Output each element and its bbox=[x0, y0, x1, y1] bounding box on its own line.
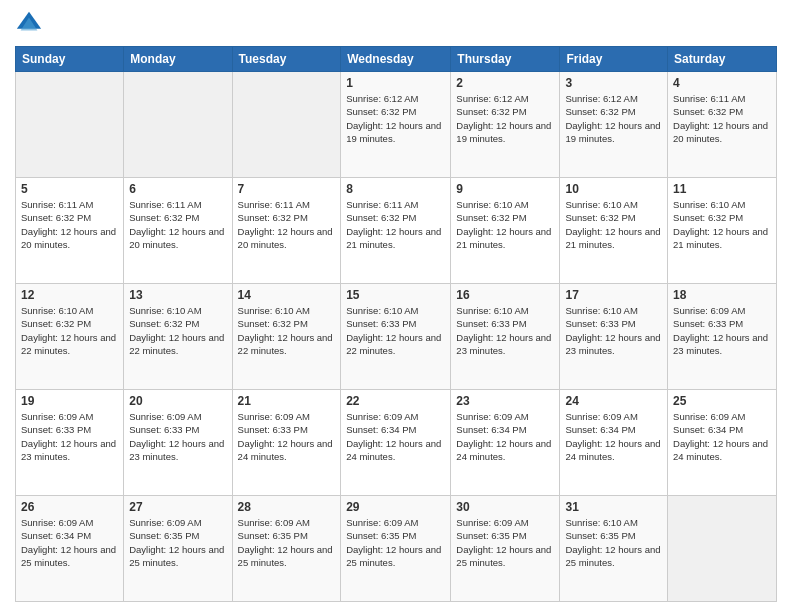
day-number: 7 bbox=[238, 182, 336, 196]
day-info: Sunrise: 6:09 AM Sunset: 6:33 PM Dayligh… bbox=[673, 304, 771, 357]
day-info: Sunrise: 6:11 AM Sunset: 6:32 PM Dayligh… bbox=[346, 198, 445, 251]
calendar-cell bbox=[232, 72, 341, 178]
calendar-cell: 12Sunrise: 6:10 AM Sunset: 6:32 PM Dayli… bbox=[16, 284, 124, 390]
day-number: 16 bbox=[456, 288, 554, 302]
calendar-cell: 17Sunrise: 6:10 AM Sunset: 6:33 PM Dayli… bbox=[560, 284, 668, 390]
day-number: 6 bbox=[129, 182, 226, 196]
header bbox=[15, 10, 777, 38]
weekday-header-wednesday: Wednesday bbox=[341, 47, 451, 72]
day-number: 30 bbox=[456, 500, 554, 514]
day-info: Sunrise: 6:09 AM Sunset: 6:34 PM Dayligh… bbox=[565, 410, 662, 463]
day-number: 19 bbox=[21, 394, 118, 408]
weekday-row: SundayMondayTuesdayWednesdayThursdayFrid… bbox=[16, 47, 777, 72]
calendar-cell: 18Sunrise: 6:09 AM Sunset: 6:33 PM Dayli… bbox=[668, 284, 777, 390]
weekday-header-monday: Monday bbox=[124, 47, 232, 72]
day-info: Sunrise: 6:10 AM Sunset: 6:32 PM Dayligh… bbox=[565, 198, 662, 251]
weekday-header-saturday: Saturday bbox=[668, 47, 777, 72]
day-info: Sunrise: 6:09 AM Sunset: 6:34 PM Dayligh… bbox=[673, 410, 771, 463]
calendar-week-2: 5Sunrise: 6:11 AM Sunset: 6:32 PM Daylig… bbox=[16, 178, 777, 284]
day-info: Sunrise: 6:09 AM Sunset: 6:35 PM Dayligh… bbox=[456, 516, 554, 569]
day-number: 18 bbox=[673, 288, 771, 302]
weekday-header-friday: Friday bbox=[560, 47, 668, 72]
calendar-table: SundayMondayTuesdayWednesdayThursdayFrid… bbox=[15, 46, 777, 602]
calendar-cell: 27Sunrise: 6:09 AM Sunset: 6:35 PM Dayli… bbox=[124, 496, 232, 602]
day-number: 8 bbox=[346, 182, 445, 196]
weekday-header-thursday: Thursday bbox=[451, 47, 560, 72]
day-number: 25 bbox=[673, 394, 771, 408]
calendar-cell: 15Sunrise: 6:10 AM Sunset: 6:33 PM Dayli… bbox=[341, 284, 451, 390]
day-info: Sunrise: 6:11 AM Sunset: 6:32 PM Dayligh… bbox=[129, 198, 226, 251]
calendar-body: 1Sunrise: 6:12 AM Sunset: 6:32 PM Daylig… bbox=[16, 72, 777, 602]
day-info: Sunrise: 6:10 AM Sunset: 6:32 PM Dayligh… bbox=[456, 198, 554, 251]
weekday-header-sunday: Sunday bbox=[16, 47, 124, 72]
day-number: 28 bbox=[238, 500, 336, 514]
day-info: Sunrise: 6:12 AM Sunset: 6:32 PM Dayligh… bbox=[565, 92, 662, 145]
day-info: Sunrise: 6:09 AM Sunset: 6:33 PM Dayligh… bbox=[129, 410, 226, 463]
calendar-cell bbox=[668, 496, 777, 602]
calendar-cell: 6Sunrise: 6:11 AM Sunset: 6:32 PM Daylig… bbox=[124, 178, 232, 284]
calendar-cell: 30Sunrise: 6:09 AM Sunset: 6:35 PM Dayli… bbox=[451, 496, 560, 602]
day-number: 23 bbox=[456, 394, 554, 408]
calendar-header: SundayMondayTuesdayWednesdayThursdayFrid… bbox=[16, 47, 777, 72]
calendar-cell: 16Sunrise: 6:10 AM Sunset: 6:33 PM Dayli… bbox=[451, 284, 560, 390]
day-info: Sunrise: 6:11 AM Sunset: 6:32 PM Dayligh… bbox=[238, 198, 336, 251]
calendar-cell: 23Sunrise: 6:09 AM Sunset: 6:34 PM Dayli… bbox=[451, 390, 560, 496]
calendar-cell: 4Sunrise: 6:11 AM Sunset: 6:32 PM Daylig… bbox=[668, 72, 777, 178]
calendar-cell: 29Sunrise: 6:09 AM Sunset: 6:35 PM Dayli… bbox=[341, 496, 451, 602]
calendar-cell: 9Sunrise: 6:10 AM Sunset: 6:32 PM Daylig… bbox=[451, 178, 560, 284]
calendar-cell bbox=[124, 72, 232, 178]
calendar-cell: 25Sunrise: 6:09 AM Sunset: 6:34 PM Dayli… bbox=[668, 390, 777, 496]
day-info: Sunrise: 6:10 AM Sunset: 6:33 PM Dayligh… bbox=[565, 304, 662, 357]
calendar-cell: 26Sunrise: 6:09 AM Sunset: 6:34 PM Dayli… bbox=[16, 496, 124, 602]
day-number: 15 bbox=[346, 288, 445, 302]
calendar-cell: 3Sunrise: 6:12 AM Sunset: 6:32 PM Daylig… bbox=[560, 72, 668, 178]
day-info: Sunrise: 6:12 AM Sunset: 6:32 PM Dayligh… bbox=[346, 92, 445, 145]
day-number: 27 bbox=[129, 500, 226, 514]
day-number: 3 bbox=[565, 76, 662, 90]
calendar-cell: 10Sunrise: 6:10 AM Sunset: 6:32 PM Dayli… bbox=[560, 178, 668, 284]
calendar-week-1: 1Sunrise: 6:12 AM Sunset: 6:32 PM Daylig… bbox=[16, 72, 777, 178]
calendar-cell: 5Sunrise: 6:11 AM Sunset: 6:32 PM Daylig… bbox=[16, 178, 124, 284]
calendar-cell: 31Sunrise: 6:10 AM Sunset: 6:35 PM Dayli… bbox=[560, 496, 668, 602]
day-info: Sunrise: 6:09 AM Sunset: 6:34 PM Dayligh… bbox=[346, 410, 445, 463]
calendar-cell: 14Sunrise: 6:10 AM Sunset: 6:32 PM Dayli… bbox=[232, 284, 341, 390]
day-number: 11 bbox=[673, 182, 771, 196]
day-info: Sunrise: 6:12 AM Sunset: 6:32 PM Dayligh… bbox=[456, 92, 554, 145]
day-info: Sunrise: 6:10 AM Sunset: 6:32 PM Dayligh… bbox=[673, 198, 771, 251]
day-number: 10 bbox=[565, 182, 662, 196]
day-info: Sunrise: 6:11 AM Sunset: 6:32 PM Dayligh… bbox=[21, 198, 118, 251]
day-number: 31 bbox=[565, 500, 662, 514]
calendar-cell: 24Sunrise: 6:09 AM Sunset: 6:34 PM Dayli… bbox=[560, 390, 668, 496]
day-number: 29 bbox=[346, 500, 445, 514]
day-number: 24 bbox=[565, 394, 662, 408]
day-number: 14 bbox=[238, 288, 336, 302]
day-number: 5 bbox=[21, 182, 118, 196]
day-info: Sunrise: 6:09 AM Sunset: 6:34 PM Dayligh… bbox=[456, 410, 554, 463]
calendar-cell: 1Sunrise: 6:12 AM Sunset: 6:32 PM Daylig… bbox=[341, 72, 451, 178]
logo bbox=[15, 10, 47, 38]
day-number: 13 bbox=[129, 288, 226, 302]
calendar-cell: 19Sunrise: 6:09 AM Sunset: 6:33 PM Dayli… bbox=[16, 390, 124, 496]
calendar-cell bbox=[16, 72, 124, 178]
day-info: Sunrise: 6:09 AM Sunset: 6:35 PM Dayligh… bbox=[238, 516, 336, 569]
day-info: Sunrise: 6:09 AM Sunset: 6:35 PM Dayligh… bbox=[129, 516, 226, 569]
day-info: Sunrise: 6:10 AM Sunset: 6:32 PM Dayligh… bbox=[129, 304, 226, 357]
day-info: Sunrise: 6:10 AM Sunset: 6:35 PM Dayligh… bbox=[565, 516, 662, 569]
logo-icon bbox=[15, 10, 43, 38]
calendar-week-4: 19Sunrise: 6:09 AM Sunset: 6:33 PM Dayli… bbox=[16, 390, 777, 496]
day-info: Sunrise: 6:09 AM Sunset: 6:34 PM Dayligh… bbox=[21, 516, 118, 569]
calendar-cell: 28Sunrise: 6:09 AM Sunset: 6:35 PM Dayli… bbox=[232, 496, 341, 602]
day-info: Sunrise: 6:09 AM Sunset: 6:33 PM Dayligh… bbox=[238, 410, 336, 463]
calendar-cell: 21Sunrise: 6:09 AM Sunset: 6:33 PM Dayli… bbox=[232, 390, 341, 496]
day-info: Sunrise: 6:10 AM Sunset: 6:32 PM Dayligh… bbox=[21, 304, 118, 357]
day-info: Sunrise: 6:09 AM Sunset: 6:35 PM Dayligh… bbox=[346, 516, 445, 569]
calendar-cell: 7Sunrise: 6:11 AM Sunset: 6:32 PM Daylig… bbox=[232, 178, 341, 284]
day-info: Sunrise: 6:11 AM Sunset: 6:32 PM Dayligh… bbox=[673, 92, 771, 145]
calendar-cell: 13Sunrise: 6:10 AM Sunset: 6:32 PM Dayli… bbox=[124, 284, 232, 390]
day-number: 21 bbox=[238, 394, 336, 408]
day-info: Sunrise: 6:10 AM Sunset: 6:33 PM Dayligh… bbox=[346, 304, 445, 357]
day-number: 20 bbox=[129, 394, 226, 408]
day-number: 1 bbox=[346, 76, 445, 90]
day-info: Sunrise: 6:10 AM Sunset: 6:32 PM Dayligh… bbox=[238, 304, 336, 357]
day-info: Sunrise: 6:09 AM Sunset: 6:33 PM Dayligh… bbox=[21, 410, 118, 463]
